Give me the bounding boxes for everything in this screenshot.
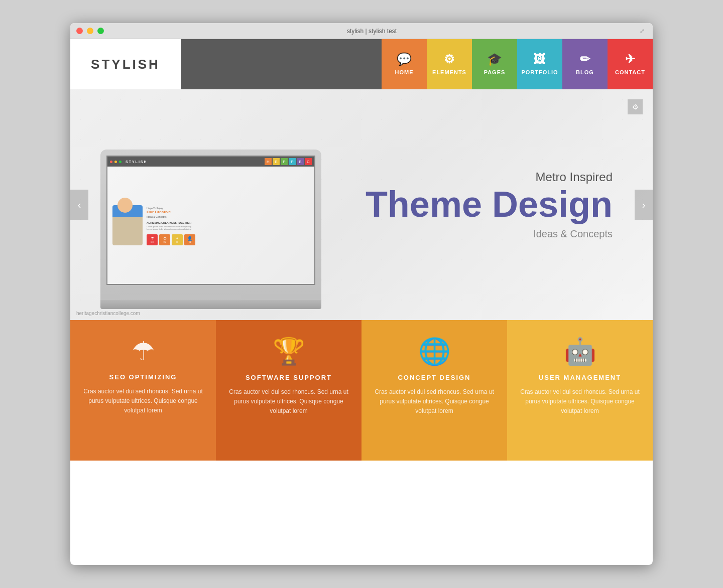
laptop-hero-tagline: Ideas & Concepts xyxy=(147,215,314,218)
nav-label-blog: BLOG xyxy=(576,69,594,75)
watermark: heritagechristiancollege.com xyxy=(76,311,140,316)
close-button[interactable] xyxy=(76,28,83,34)
laptop-nav-home: H xyxy=(265,158,272,165)
browser-title: stylish | stylish test xyxy=(108,28,636,35)
laptop-hero-title: Our Creative xyxy=(147,210,314,214)
laptop-feat-text-1: SEO xyxy=(151,241,154,243)
portfolio-icon: 🖼 xyxy=(534,53,546,65)
home-icon: 💬 xyxy=(397,53,412,65)
laptop-close-dot xyxy=(110,161,112,163)
laptop-feat-1: ☂ SEO xyxy=(147,234,158,245)
seo-title: SEO OPTIMIZING xyxy=(109,373,177,381)
laptop-feat-icon-2: ⚙ xyxy=(163,236,167,241)
laptop-feat-icon-4: 👤 xyxy=(187,236,192,241)
laptop-nav-el: E xyxy=(273,158,280,165)
laptop-outer: STYLISH H E P P B C xyxy=(100,150,321,300)
laptop-hero-section: Hope To Enjoy Our Creative Ideas & Conce… xyxy=(107,167,314,284)
nav-item-home[interactable]: 💬 HOME xyxy=(382,39,427,89)
laptop-min-dot xyxy=(114,161,117,163)
slider-settings-button[interactable]: ⚙ xyxy=(628,99,643,114)
minimize-button[interactable] xyxy=(87,28,93,34)
laptop-max-dot xyxy=(119,161,122,163)
site-nav: 💬 HOME ⚙ ELEMENTS 🎓 PAGES 🖼 PORTFOLIO ✏ xyxy=(382,39,653,89)
browser-window: stylish | stylish test ⤢ STYLISH 💬 HOME … xyxy=(70,23,653,565)
laptop-feat-text-3: CD xyxy=(176,241,178,243)
laptop-nav-pg: P xyxy=(281,158,288,165)
laptop-screen: STYLISH H E P P B C xyxy=(106,156,315,285)
laptop-screen-header: STYLISH H E P P B C xyxy=(107,157,314,167)
nav-item-elements[interactable]: ⚙ ELEMENTS xyxy=(427,39,472,89)
user-icon: 🤖 xyxy=(564,336,596,367)
nav-item-contact[interactable]: ✈ CONTACT xyxy=(608,39,653,89)
feature-block-software: 🏆 SOFTWARE SUPPORT Cras auctor vel dui s… xyxy=(216,320,362,461)
hero-sub-heading: Metro Inspired xyxy=(366,170,613,184)
laptop-hero-content: Hope To Enjoy Our Creative Ideas & Conce… xyxy=(147,206,314,245)
concept-title: CONCEPT DESIGN xyxy=(398,374,470,381)
laptop-nav-port: P xyxy=(289,158,296,165)
hero-slider: ‹ › ⚙ STYLISH H E xyxy=(70,89,653,320)
nav-label-portfolio: PORTFOLIO xyxy=(521,69,558,75)
software-title: SOFTWARE SUPPORT xyxy=(246,374,332,381)
concept-desc: Cras auctor vel dui sed rhoncus. Sed urn… xyxy=(374,387,495,416)
site-content: STYLISH 💬 HOME ⚙ ELEMENTS 🎓 PAGES 🖼 PORT… xyxy=(70,39,653,565)
laptop-body-text: Lorem ipsum dolor sit amet consectetur a… xyxy=(147,225,314,230)
hero-laptop-mockup: STYLISH H E P P B C xyxy=(100,150,321,310)
laptop-feat-text-2: SW xyxy=(164,241,166,243)
contact-icon: ✈ xyxy=(625,53,636,65)
user-title: USER MANAGEMENT xyxy=(539,374,621,381)
laptop-features: ☂ SEO ⚙ SW + CD xyxy=(147,234,314,245)
feature-blocks: ☂ SEO OPTIMIZING Cras auctor vel dui sed… xyxy=(70,320,653,461)
nav-item-blog[interactable]: ✏ BLOG xyxy=(562,39,608,89)
browser-titlebar: stylish | stylish test ⤢ xyxy=(70,23,653,39)
laptop-nav-contact: C xyxy=(305,158,312,165)
software-desc: Cras auctor vel dui sed rhoncus. Sed urn… xyxy=(228,387,349,416)
slider-next-button[interactable]: › xyxy=(635,190,653,220)
nav-item-pages[interactable]: 🎓 PAGES xyxy=(472,39,517,89)
laptop-feat-3: + CD xyxy=(172,234,183,245)
hero-tagline: Ideas & Concepts xyxy=(366,228,613,240)
seo-icon: ☂ xyxy=(132,336,155,366)
laptop-feat-4: 👤 UM xyxy=(184,234,195,245)
laptop-nav: H E P P B C xyxy=(265,158,312,165)
elements-icon: ⚙ xyxy=(444,53,455,65)
maximize-button[interactable] xyxy=(97,28,104,34)
laptop-feat-text-4: UM xyxy=(189,241,191,243)
slider-prev-button[interactable]: ‹ xyxy=(70,190,88,220)
nav-label-home: HOME xyxy=(395,69,414,75)
laptop-feat-2: ⚙ SW xyxy=(159,234,170,245)
site-header: STYLISH 💬 HOME ⚙ ELEMENTS 🎓 PAGES 🖼 PORT… xyxy=(70,39,653,89)
hero-main-heading: Theme Design xyxy=(366,186,613,222)
site-logo[interactable]: STYLISH xyxy=(70,39,181,89)
laptop-nav-blog: B xyxy=(297,158,304,165)
hero-text-block: Metro Inspired Theme Design Ideas & Conc… xyxy=(366,170,613,240)
resize-icon: ⤢ xyxy=(640,28,647,35)
laptop-feat-icon-3: + xyxy=(176,236,179,241)
blog-icon: ✏ xyxy=(580,53,590,65)
nav-item-portfolio[interactable]: 🖼 PORTFOLIO xyxy=(517,39,562,89)
laptop-base xyxy=(100,300,321,309)
laptop-achieving: ACHIEVING GREATNESS TOGETHER xyxy=(147,221,314,224)
pages-icon: 🎓 xyxy=(487,53,503,65)
nav-label-elements: ELEMENTS xyxy=(432,69,466,75)
nav-label-contact: CONTACT xyxy=(615,69,645,75)
software-icon: 🏆 xyxy=(273,336,305,367)
user-desc: Cras auctor vel dui sed rhoncus. Sed urn… xyxy=(519,387,641,416)
nav-label-pages: PAGES xyxy=(484,69,506,75)
concept-icon: 🌐 xyxy=(418,336,451,367)
feature-block-concept: 🌐 CONCEPT DESIGN Cras auctor vel dui sed… xyxy=(362,320,507,461)
feature-block-seo: ☂ SEO OPTIMIZING Cras auctor vel dui sed… xyxy=(70,320,216,461)
laptop-person-figure xyxy=(112,205,143,245)
feature-block-user: 🤖 USER MANAGEMENT Cras auctor vel dui se… xyxy=(507,320,653,461)
laptop-logo: STYLISH xyxy=(126,160,148,164)
laptop-feat-icon-1: ☂ xyxy=(151,236,154,241)
seo-desc: Cras auctor vel dui sed rhoncus. Sed urn… xyxy=(82,387,204,416)
